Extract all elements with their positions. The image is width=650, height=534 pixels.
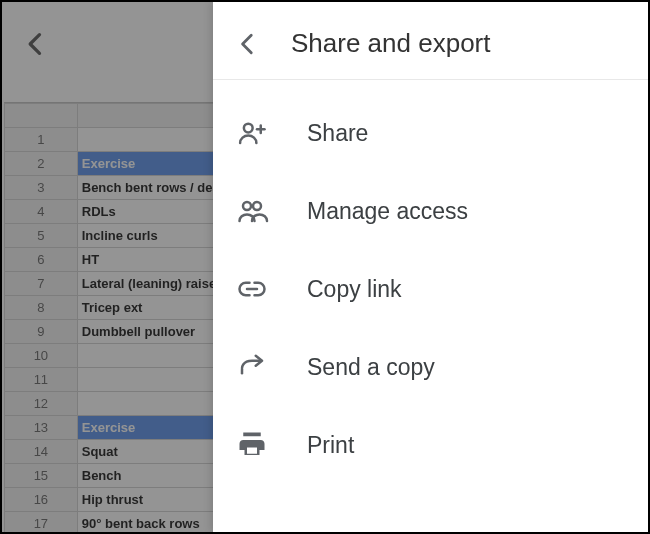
share-export-panel: Share and export Share Manage access Cop… (213, 2, 648, 532)
menu-item-print[interactable]: Print (213, 406, 648, 484)
menu-item-copy-link[interactable]: Copy link (213, 250, 648, 328)
send-copy-icon (235, 352, 269, 382)
menu-item-label: Manage access (307, 198, 468, 225)
svg-point-3 (243, 202, 251, 210)
panel-title: Share and export (291, 28, 490, 59)
link-icon (235, 274, 269, 304)
menu-item-label: Copy link (307, 276, 402, 303)
svg-point-4 (253, 202, 261, 210)
panel-header: Share and export (213, 2, 648, 80)
menu-item-label: Send a copy (307, 354, 435, 381)
menu-item-send-a-copy[interactable]: Send a copy (213, 328, 648, 406)
print-icon (235, 430, 269, 460)
menu-item-manage-access[interactable]: Manage access (213, 172, 648, 250)
menu-item-label: Share (307, 120, 368, 147)
people-icon (235, 196, 269, 226)
panel-back-button[interactable] (235, 31, 261, 57)
menu-item-label: Print (307, 432, 354, 459)
panel-menu: Share Manage access Copy link Send a cop… (213, 80, 648, 498)
person-add-icon (235, 118, 269, 148)
svg-point-0 (244, 124, 253, 133)
menu-item-share[interactable]: Share (213, 94, 648, 172)
